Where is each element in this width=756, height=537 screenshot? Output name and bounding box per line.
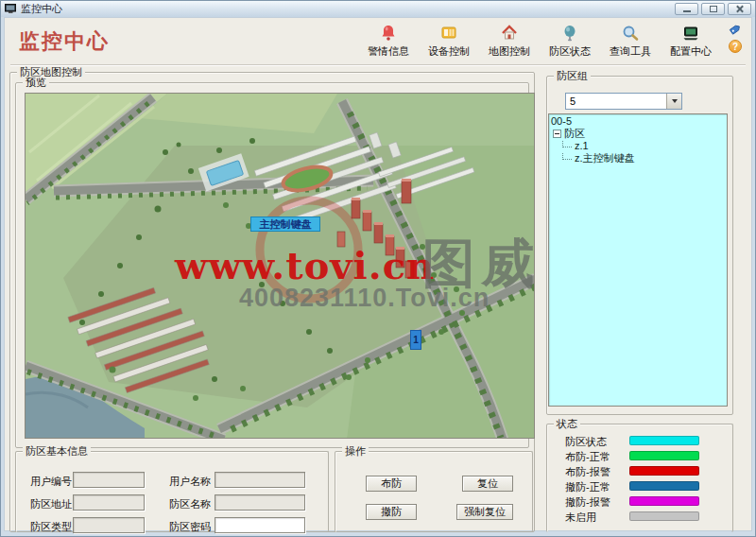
- arm-button[interactable]: 布防: [366, 476, 417, 492]
- alarm-bell-icon: [379, 24, 398, 43]
- zone-password-label: 防区密码: [169, 520, 211, 534]
- window-title: 监控中心: [21, 2, 62, 16]
- device-control-icon: [439, 24, 458, 43]
- toolbar: 警情信息 设备控制 地图控制: [362, 24, 717, 59]
- status-label: 状态: [554, 418, 580, 430]
- help-button[interactable]: ?: [729, 40, 742, 53]
- legend-disarmed-normal-swatch: [629, 481, 699, 491]
- collapse-icon[interactable]: [553, 130, 561, 138]
- tree-branch-item[interactable]: 防区: [551, 128, 725, 140]
- config-center-icon: [681, 24, 700, 43]
- tag-icon: [727, 21, 744, 38]
- zone-tree[interactable]: 00-5 防区 z.1 z.主控制键盘: [548, 113, 728, 407]
- operations-group: 操作: [335, 451, 533, 532]
- zone-name-field[interactable]: [215, 494, 305, 511]
- toolbar-item-label: 防区状态: [549, 44, 591, 59]
- map-marker-1[interactable]: 1: [410, 330, 421, 350]
- toolbar-item-label: 地图控制: [489, 44, 530, 59]
- zone-name-label: 防区名称: [169, 497, 211, 511]
- titlebar: 监控中心: [1, 1, 755, 17]
- legend-armed-alarm-label: 布防-报警: [565, 465, 610, 479]
- legend-disabled-swatch: [629, 511, 699, 521]
- user-id-label: 用户编号: [30, 475, 72, 489]
- minimize-icon: [683, 10, 691, 12]
- force-reset-button[interactable]: 强制复位: [456, 504, 513, 520]
- tree-connector-icon: [562, 153, 572, 160]
- header-divider: [10, 64, 746, 66]
- maximize-icon: [710, 6, 717, 12]
- zone-address-field[interactable]: [73, 494, 145, 511]
- toolbar-item-query-tools[interactable]: 查询工具: [604, 24, 657, 59]
- toolbar-item-label: 警情信息: [368, 44, 409, 59]
- query-tools-icon: [621, 24, 640, 43]
- zone-status-icon: [560, 24, 579, 43]
- help-icon: ?: [732, 42, 738, 52]
- map-control-icon: [500, 24, 519, 43]
- legend-armed-alarm-swatch: [629, 466, 699, 476]
- tree-branch-label: 防区: [564, 128, 585, 140]
- zone-address-label: 防区地址: [30, 497, 72, 511]
- tree-connector-icon: [562, 141, 572, 147]
- legend-disarmed-alarm-label: 撤防-报警: [565, 495, 610, 510]
- toolbar-item-config-center[interactable]: 配置中心: [664, 24, 717, 59]
- toolbar-item-alarm-info[interactable]: 警情信息: [362, 24, 415, 59]
- zone-password-field[interactable]: [215, 517, 305, 533]
- close-icon: [735, 5, 744, 13]
- operations-label: 操作: [342, 445, 369, 458]
- user-name-field[interactable]: [215, 472, 305, 488]
- tree-root-label: 00-5: [551, 115, 572, 128]
- chevron-down-icon: [672, 99, 678, 103]
- minimize-button[interactable]: [675, 3, 698, 15]
- legend-armed-normal-label: 布防-正常: [565, 450, 610, 464]
- app-icon: [5, 4, 17, 14]
- site-map[interactable]: 主控制键盘 1 www.tovi.cn 4008231110.Tovi.cn 图…: [25, 93, 535, 439]
- combo-dropdown-button[interactable]: [666, 94, 681, 109]
- legend-disarmed-alarm-swatch: [629, 496, 699, 506]
- toolbar-item-zone-status[interactable]: 防区状态: [543, 24, 596, 59]
- help-corner: ?: [727, 21, 744, 53]
- zone-type-field[interactable]: [73, 517, 145, 533]
- legend-armed-normal-swatch: [629, 451, 699, 460]
- app-window: 监控中心 监控中心 警情信息: [0, 0, 756, 537]
- zone-type-label: 防区类型: [30, 520, 72, 534]
- site-map-art: [26, 94, 535, 439]
- legend-disabled-label: 未启用: [565, 511, 596, 525]
- toolbar-item-label: 配置中心: [670, 44, 712, 59]
- tree-child-label: z.1: [575, 140, 589, 152]
- page-title: 监控中心: [19, 27, 110, 56]
- preview-label: 预览: [23, 77, 49, 89]
- toolbar-item-label: 设备控制: [428, 44, 470, 59]
- legend-zone-status-label: 防区状态: [565, 435, 607, 449]
- legend-zone-status-swatch: [629, 436, 699, 445]
- zone-group-select[interactable]: 5: [565, 93, 682, 110]
- user-name-label: 用户名称: [169, 475, 211, 489]
- reset-button[interactable]: 复位: [462, 476, 513, 492]
- tree-child-label: z.主控制键盘: [575, 152, 635, 165]
- disarm-button[interactable]: 撤防: [366, 504, 417, 520]
- legend-disarmed-normal-label: 撤防-正常: [565, 480, 610, 494]
- zone-group-selected-value: 5: [566, 94, 666, 109]
- toolbar-item-device-control[interactable]: 设备控制: [422, 24, 475, 59]
- zone-group-label: 防区组: [554, 70, 591, 82]
- close-button[interactable]: [728, 3, 751, 15]
- tree-root-item[interactable]: 00-5: [551, 115, 725, 128]
- client-area: 监控中心 警情信息 设备控制: [4, 17, 752, 531]
- toolbar-item-label: 查询工具: [610, 44, 651, 59]
- tree-child-item[interactable]: z.1: [551, 140, 725, 152]
- user-id-field[interactable]: [73, 472, 145, 488]
- zone-info-label: 防区基本信息: [23, 445, 91, 458]
- tree-child-item[interactable]: z.主控制键盘: [551, 152, 725, 165]
- maximize-button[interactable]: [701, 3, 725, 15]
- toolbar-item-map-control[interactable]: 地图控制: [483, 24, 536, 59]
- map-label-main-keyboard[interactable]: 主控制键盘: [250, 217, 320, 232]
